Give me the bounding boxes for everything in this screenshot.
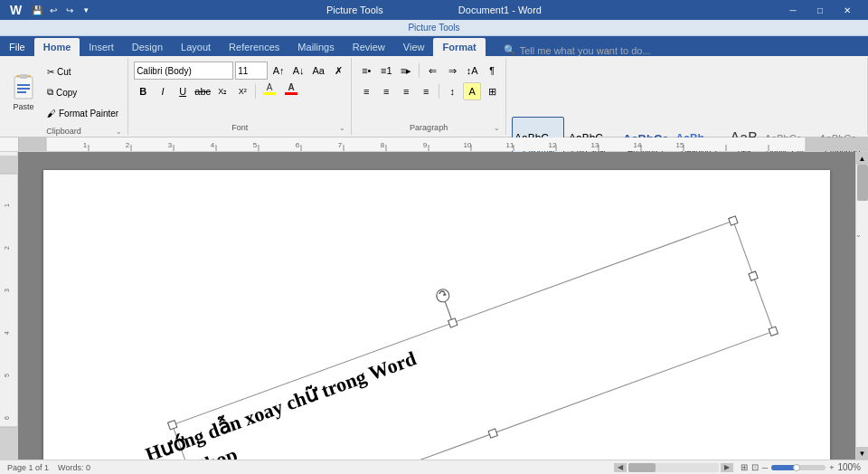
svg-text:3: 3 — [168, 141, 173, 149]
search-icon: 🔍 — [504, 44, 516, 56]
text-highlight-button[interactable]: A — [259, 82, 279, 100]
subscript-button[interactable]: X₂ — [213, 82, 231, 100]
ribbon-tabs: File Home Insert Design Layout Reference… — [0, 36, 868, 56]
svg-rect-7 — [806, 137, 868, 152]
zoom-thumb[interactable] — [793, 464, 800, 471]
clear-formatting-button[interactable]: ✗ — [329, 62, 347, 80]
line-spacing-button[interactable]: ↕ — [443, 82, 461, 100]
font-size-input[interactable] — [235, 62, 268, 80]
cut-button[interactable]: ✂ Cut — [43, 62, 122, 81]
scroll-left-button[interactable]: ◀ — [614, 463, 627, 472]
scroll-thumb[interactable] — [857, 165, 868, 201]
styles-group: AaBbCcDc ¶ Normal AaBbCcDc ¶ No Spac... … — [506, 58, 868, 135]
tell-me-text[interactable]: Tell me what you want to do... — [520, 45, 651, 56]
multilevel-list-button[interactable]: ≡▸ — [397, 62, 415, 80]
paragraph-expand-icon[interactable]: ⌄ — [494, 124, 500, 132]
svg-text:3: 3 — [4, 289, 10, 292]
svg-text:2: 2 — [4, 246, 10, 250]
tab-layout[interactable]: Layout — [172, 38, 220, 56]
superscript-button[interactable]: X² — [233, 82, 251, 100]
page-info: Page 1 of 1 — [7, 463, 49, 472]
copy-button[interactable]: ⧉ Copy — [43, 82, 122, 102]
increase-font-button[interactable]: A↑ — [269, 62, 288, 80]
underline-button[interactable]: U — [174, 82, 192, 100]
clipboard-expand-icon[interactable]: ⌄ — [116, 128, 122, 136]
scroll-right-button[interactable]: ▶ — [721, 463, 733, 472]
app-title: Picture Tools Document1 - Word — [326, 5, 542, 15]
svg-rect-42 — [0, 156, 18, 174]
tab-references[interactable]: References — [220, 38, 288, 56]
italic-button[interactable]: I — [154, 82, 172, 100]
justify-button[interactable]: ≡ — [417, 82, 435, 100]
increase-indent-button[interactable]: ⇒ — [443, 62, 461, 80]
font-row-1: A↑ A↓ Aa ✗ — [134, 62, 347, 80]
view-mode-web[interactable]: ⊡ — [751, 462, 759, 472]
tab-file[interactable]: File — [0, 38, 34, 56]
bold-button[interactable]: B — [134, 82, 152, 100]
shading-button[interactable]: A — [463, 82, 481, 100]
scroll-up-button[interactable]: ▲ — [856, 152, 869, 165]
divider — [255, 84, 256, 99]
redo-icon[interactable]: ↪ — [62, 3, 77, 17]
show-formatting-button[interactable]: ¶ — [483, 62, 501, 80]
clipboard-small-buttons: ✂ Cut ⧉ Copy 🖌 Format Painter — [43, 62, 122, 123]
svg-rect-43 — [0, 427, 18, 460]
change-case-button[interactable]: Aa — [309, 62, 327, 80]
tab-view[interactable]: View — [394, 38, 434, 56]
svg-text:4: 4 — [4, 331, 10, 335]
font-row-2: B I U abc X₂ X² A A — [134, 82, 301, 100]
vertical-scrollbar[interactable]: ▲ ▼ — [855, 152, 868, 460]
customize-icon[interactable]: ▼ — [79, 3, 93, 17]
zoom-out-button[interactable]: ─ — [762, 463, 768, 472]
format-painter-button[interactable]: 🖌 Format Painter — [43, 103, 122, 123]
paragraph-content: ≡• ≡1 ≡▸ ⇐ ⇒ ↕A ¶ ≡ ≡ ≡ ≡ ↕ A ⊞ — [355, 60, 502, 121]
strikethrough-button[interactable]: abc — [193, 82, 212, 100]
numbering-button[interactable]: ≡1 — [377, 62, 395, 80]
scissors-icon: ✂ — [47, 67, 54, 77]
document-title: Document1 - Word — [458, 5, 542, 15]
tab-design[interactable]: Design — [123, 38, 172, 56]
zoom-slider[interactable] — [771, 465, 826, 470]
close-button[interactable]: ✕ — [834, 0, 861, 20]
align-right-button[interactable]: ≡ — [397, 82, 415, 100]
font-expand-icon[interactable]: ⌄ — [339, 124, 345, 132]
tab-home[interactable]: Home — [34, 38, 80, 56]
svg-text:7: 7 — [338, 141, 343, 149]
svg-text:5: 5 — [253, 141, 258, 149]
divider2 — [419, 63, 420, 78]
sort-button[interactable]: ↕A — [463, 62, 481, 80]
font-family-input[interactable] — [134, 62, 233, 80]
decrease-font-button[interactable]: A↓ — [289, 62, 307, 80]
tell-me-container: 🔍 Tell me what you want to do... — [486, 44, 868, 56]
svg-text:12: 12 — [549, 141, 557, 149]
clipboard-group-label: Clipboard ⌄ — [4, 125, 124, 137]
undo-icon[interactable]: ↩ — [46, 3, 61, 17]
bullets-button[interactable]: ≡• — [357, 62, 375, 80]
save-icon[interactable]: 💾 — [30, 3, 44, 17]
scroll-thumb-h[interactable] — [628, 463, 656, 472]
horizontal-scrollbar[interactable]: ◀ ▶ — [614, 463, 733, 472]
maximize-button[interactable]: □ — [807, 0, 834, 20]
para-row-1: ≡• ≡1 ≡▸ ⇐ ⇒ ↕A ¶ — [357, 62, 501, 80]
paste-button[interactable]: Paste — [5, 70, 42, 115]
scroll-down-button[interactable]: ▼ — [856, 447, 869, 460]
font-color-bar — [285, 92, 297, 95]
zoom-in-button[interactable]: + — [829, 463, 834, 472]
svg-text:8: 8 — [381, 141, 385, 149]
minimize-button[interactable]: ─ — [779, 0, 807, 20]
align-center-button[interactable]: ≡ — [377, 82, 395, 100]
font-group-label: Font ⌄ — [132, 121, 347, 133]
decrease-indent-button[interactable]: ⇐ — [423, 62, 441, 80]
tab-insert[interactable]: Insert — [80, 38, 123, 56]
font-color-button[interactable]: A — [281, 82, 301, 100]
align-left-button[interactable]: ≡ — [357, 82, 375, 100]
tab-review[interactable]: Review — [344, 38, 394, 56]
clipboard-content: Paste ✂ Cut ⧉ Copy 🖌 Format Painter — [4, 60, 124, 125]
tab-mailings[interactable]: Mailings — [288, 38, 343, 56]
view-mode-print[interactable]: ⊞ — [741, 462, 748, 472]
ruler-marks: 1 2 3 4 5 6 7 8 9 10 11 12 13 14 15 — [19, 137, 868, 152]
borders-button[interactable]: ⊞ — [483, 82, 501, 100]
main-area: 1 2 3 4 5 6 — [0, 152, 868, 460]
clipboard-group: Paste ✂ Cut ⧉ Copy 🖌 Format Painter Clip… — [0, 58, 128, 135]
tab-format[interactable]: Format — [433, 38, 485, 56]
